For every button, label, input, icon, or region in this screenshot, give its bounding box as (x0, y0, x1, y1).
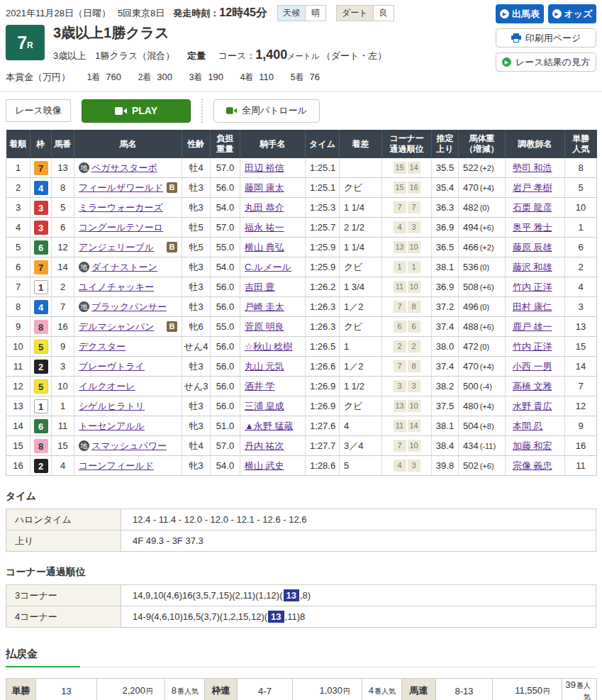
corner-position: 7 (394, 201, 406, 213)
trainer-link[interactable]: 加藤 和宏 (513, 440, 552, 451)
payout-popularity: 8番人気 (165, 679, 205, 700)
jockey-link[interactable]: 戸崎 圭太 (245, 301, 284, 312)
jockey-link[interactable]: 三浦 皇成 (245, 401, 284, 411)
trainer-link[interactable]: 宗像 義忠 (513, 460, 552, 471)
horse-name-link[interactable]: トーセンアルル (79, 420, 145, 433)
patrol-video-button[interactable]: 全周パトロール (213, 99, 320, 123)
win-favorite: 16 (565, 436, 597, 456)
frame-badge: 1 (34, 399, 48, 413)
horse-name-link[interactable]: ペガサスターボ (91, 162, 157, 174)
horse-name-link[interactable]: ブレーヴトライ (79, 360, 145, 373)
result-row: 248フィールザワールドB牡356.0藤岡 康太1:25.1クビ151635.4… (6, 178, 597, 198)
trainer-link[interactable]: 石栗 龍彦 (513, 202, 552, 213)
corner4-order: 14-9(4,6,10)16,5(3,7)(1,2,15,12)(13,11)8 (121, 606, 596, 628)
corner-positions-cell: 22 (382, 337, 432, 357)
blinker-icon: B (167, 321, 177, 332)
trainer-link[interactable]: 水野 貴広 (513, 401, 552, 411)
result-guide-button[interactable]: ▶ レース結果の見方 (496, 52, 596, 72)
jockey-link[interactable]: 丸田 恭介 (245, 202, 284, 213)
jockey-link[interactable]: 酒井 学 (245, 381, 275, 391)
horse-name-link[interactable]: ダイナストーン (91, 261, 157, 274)
corner-position: 1 (408, 261, 420, 273)
column-header: 着順 (6, 130, 30, 158)
trainer-link[interactable]: 竹内 正洋 (513, 282, 552, 292)
horse-name-link[interactable]: アンジェリーブル (79, 241, 154, 254)
horse-weight: 508 (463, 282, 479, 292)
horse-name-link[interactable]: イルクオーレ (79, 380, 135, 393)
jockey-link[interactable]: 横山 武史 (245, 460, 284, 471)
trainer-link[interactable]: 竹内 正洋 (513, 341, 552, 352)
distance-unit: メートル (287, 52, 319, 60)
horse-name-link[interactable]: ブラックパンサー (91, 301, 167, 313)
trainer-cell: 小西 一男 (506, 357, 565, 377)
win-favorite: 14 (565, 357, 597, 377)
arrow-circle-icon: ▶ (500, 9, 509, 18)
course-label: コース： (218, 50, 256, 61)
trainer-link[interactable]: 本間 忍 (513, 421, 543, 431)
jockey-link[interactable]: ▲永野 猛蔵 (245, 421, 293, 431)
jockey-link[interactable]: 丸山 元気 (245, 361, 284, 372)
trainer-link[interactable]: 勢司 和浩 (513, 162, 552, 173)
trainer-link[interactable]: 岩戸 孝樹 (513, 182, 552, 193)
frame-badge: 4 (34, 300, 48, 314)
horse-name-link[interactable]: コングールテソーロ (79, 221, 163, 234)
jockey-link[interactable]: 藤岡 康太 (245, 182, 284, 193)
local-horse-icon: 地 (79, 262, 89, 272)
horse-name-cell: ユイノチャッキー (74, 277, 182, 297)
trainer-link[interactable]: 小西 一男 (513, 361, 552, 372)
local-horse-icon: 地 (79, 301, 89, 312)
trainer-link[interactable]: 藤原 辰雄 (513, 242, 552, 252)
frame-badge: 2 (34, 459, 48, 473)
last-3f: 36.9 (432, 277, 459, 297)
jockey-link[interactable]: 丹内 祐次 (245, 440, 284, 451)
jockey-link[interactable]: C.ルメール (245, 262, 291, 272)
corner-positions-cell: 77 (382, 198, 432, 218)
racecard-button[interactable]: ▶ 出馬表 (496, 4, 544, 23)
jockey-link[interactable]: ☆秋山 稔樹 (245, 341, 292, 352)
horse-name-link[interactable]: デルマシャンパン (79, 321, 154, 333)
last-3f: 35.5 (432, 158, 459, 178)
impost: 56.0 (211, 297, 240, 317)
horse-name-link[interactable]: コーンフィールド (79, 460, 154, 472)
trainer-link[interactable]: 高橋 文雅 (513, 381, 552, 391)
trainer-link[interactable]: 鹿戸 雄一 (513, 321, 552, 332)
trainer-link[interactable]: 田村 康仁 (513, 301, 552, 312)
sex-age: 牡3 (182, 277, 211, 297)
odds-button[interactable]: ▶ オッズ (548, 4, 596, 23)
horse-weight: 522 (463, 162, 479, 173)
finish-position: 7 (6, 277, 30, 297)
print-page-button[interactable]: 印刷用ページ (496, 28, 596, 48)
horse-weight-cell: 508(+6) (459, 277, 506, 297)
horse-name-inner: ミラーウォーカーズ (79, 201, 177, 214)
win-favorite: 1 (565, 218, 597, 238)
jockey-link[interactable]: 横山 典弘 (245, 242, 284, 252)
play-button[interactable]: PLAY (82, 99, 191, 123)
jockey-link[interactable]: 田辺 裕信 (245, 162, 284, 173)
margin: クビ (340, 178, 382, 198)
horse-name-link[interactable]: スマッシュパワー (91, 440, 167, 452)
jockey-cell: 田辺 裕信 (240, 158, 306, 178)
horse-name-inner: 地ブラックパンサー (79, 301, 177, 313)
horse-name-link[interactable]: デクスター (79, 340, 126, 353)
horse-name-link[interactable]: ミラーウォーカーズ (79, 201, 163, 214)
weight-rule: 定量 (187, 50, 206, 61)
jockey-link[interactable]: 菅原 明良 (245, 321, 284, 332)
horse-name-link[interactable]: シゲルヒラトリ (79, 400, 145, 413)
jockey-link[interactable]: 吉田 豊 (245, 282, 275, 292)
trainer-link[interactable]: 奥平 雅士 (513, 222, 552, 233)
finish-time: 1:26.3 (306, 317, 340, 337)
frame-cell: 3 (30, 218, 52, 238)
finish-time: 1:26.9 (306, 377, 340, 396)
margin: 5 (340, 456, 382, 476)
horse-name-cell: デルマシャンパンB (74, 317, 182, 337)
trainer-link[interactable]: 藤沢 和雄 (513, 262, 552, 272)
jockey-link[interactable]: 福永 祐一 (245, 222, 284, 233)
frame-badge: 8 (34, 439, 48, 453)
horse-name-link[interactable]: フィールザワールド (79, 182, 163, 194)
impost: 57.0 (211, 218, 240, 238)
trainer-cell: 岩戸 孝樹 (506, 178, 565, 198)
horse-name-link[interactable]: ユイノチャッキー (79, 281, 154, 294)
corner-position: 7 (394, 440, 406, 452)
agari-label: 上り (6, 530, 121, 552)
finish-position: 1 (6, 158, 30, 178)
